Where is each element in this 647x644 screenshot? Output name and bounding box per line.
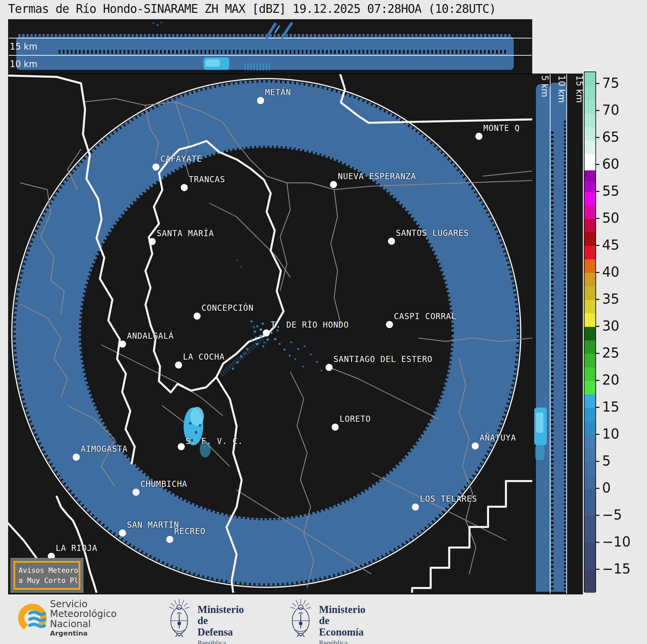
city-label: LOS TELARES [420,494,477,504]
city-label: MONTE Q [483,123,520,133]
right-altitude-label-5-km: 5 km [540,75,550,97]
city-label: SANTA MARÍA [157,229,214,238]
smn-line: Meteorológico [50,609,117,619]
footer: Servicio Meteorológico Nacional Argentin… [0,594,647,644]
city-dot-icon [175,362,182,369]
colorbar-tick-label-10: 10 [602,426,619,442]
colorbar-tick-label-60: 60 [602,156,619,172]
colorbar-segment-52.5-55dbz [585,192,595,205]
colorbar-segment-45-47.5dbz [585,232,595,246]
city-dot-icon [257,97,264,104]
city-dot-icon [119,530,126,537]
city-dot-icon [412,504,419,511]
colorbar-tick-label-65: 65 [602,129,619,145]
city-label: SANTIAGO DEL ESTERO [333,355,433,364]
altitude-line-5km [9,55,532,56]
clutter-marks-row [59,50,508,54]
coverage-column-0-5km [536,84,550,592]
colorbar-segment-74.5-77.3dbz [585,72,595,87]
colorbar-tick-label--10: −10 [602,534,630,550]
city-label: TRANCAS [189,175,225,184]
colorbar-tick-label-70: 70 [602,102,619,118]
smn-line: Servicio [50,599,117,609]
colorbar-tick [596,461,599,462]
colorbar-segment-35-37.5dbz [585,286,595,300]
colorbar-segment-40-42.5dbz [585,259,595,273]
colorbar-segment-20-22.5dbz [585,367,595,381]
colorbar-segment-62-64.5dbz [585,141,595,154]
coat-of-arms-icon [288,597,314,638]
city-label: CAFAYATE [160,154,202,164]
colorbar-segment-12.5-15dbz [585,408,595,421]
colorbar-tick [596,407,599,408]
colorbar-segment-72-74.5dbz [585,87,595,100]
colorbar-tick [596,245,599,246]
colorbar-segment--15--10dbz [585,543,595,570]
city-label: AÑATUYA [480,433,516,443]
city-label: NUEVA ESPERANZA [338,172,416,181]
city-label: SAN MARTÍN [127,520,179,530]
altitude-line-10km-v [566,74,567,594]
city-label: LORETO [340,414,371,424]
colorbar-segment-30-32.5dbz [585,313,595,327]
colorbar-tick [596,164,599,165]
city-dot-icon [73,454,80,461]
echo-speck [266,34,270,37]
colorbar-segment-7.5-10dbz [585,435,595,448]
radar-echo-sfvc [184,407,211,457]
colorbar-tick-label-50: 50 [602,210,619,226]
city-dot-icon [133,489,140,496]
echo-speck [161,22,162,23]
smn-logo-icon [17,600,49,638]
colorbar-tick [596,299,599,300]
colorbar-segment-5-7.5dbz [585,448,595,462]
colorbar-tick [596,569,599,570]
colorbar-tick-label-15: 15 [602,399,619,415]
city-dot-icon [326,364,333,371]
colorbar-segment-55-57dbz [585,181,595,192]
colorbar-tick-label--5: −5 [602,507,622,523]
city-label: METÁN [265,88,291,97]
city-dot-icon [149,238,156,245]
colorbar-tick [596,137,599,138]
city-dot-icon [330,181,337,188]
altitude-line-10km [9,38,532,38]
colorbar-tick-label-5: 5 [602,453,611,469]
colorbar-tick [596,488,599,489]
colorbar-tick-label-20: 20 [602,372,619,388]
colorbar-segment-22.5-25dbz [585,354,595,367]
colorbar-tick [596,434,599,435]
echo-speck [157,24,159,26]
city-dot-icon [263,330,270,337]
colorbar-segment-64.5-67dbz [585,127,595,141]
city-label: LA RIOJA [56,543,98,553]
warning-box: Avisos Meteorológicosa Muy Corto Plazo [10,558,83,593]
city-label: CHUMBICHA [140,479,187,489]
city-label: S. F. V. C. [186,437,243,446]
colorbar-tick [596,326,599,327]
city-label: CASPI CORRAL [394,312,456,321]
city-dot-icon [178,443,185,450]
colorbar-tick [596,110,599,111]
right-altitude-label-15-km: 15 km [574,75,583,103]
city-label: ANDALGALÁ [127,331,174,341]
ministry-name: Ministeriode Economía [319,604,366,638]
city-dot-icon [386,321,393,328]
colorbar-segment-27.5-30dbz [585,327,595,340]
city-dot-icon [472,443,479,450]
echo-core-right [536,413,543,433]
colorbar-segment--19.7--15dbz [585,570,595,593]
echo-core-icon [206,59,220,67]
colorbar-segment-59-62dbz [585,154,595,170]
colorbar-tick-label--15: −15 [602,561,630,577]
city-label: T. DE RÍO HONDO [271,320,349,330]
colorbar-segment--5-0dbz [585,489,595,516]
smn-logo-text: Servicio Meteorológico Nacional Argentin… [50,599,117,637]
city-dot-icon [181,184,188,191]
radar-map: METÁNMONTE QCAFAYATETRANCASNUEVA ESPERAN… [8,74,532,593]
colorbar-tick [596,515,599,516]
city-label: SANTOS LUGARES [396,228,469,238]
colorbar-tick-label-0: 0 [602,480,611,496]
colorbar-tick-label-55: 55 [602,183,619,199]
coverage-band-teeth [18,34,512,37]
